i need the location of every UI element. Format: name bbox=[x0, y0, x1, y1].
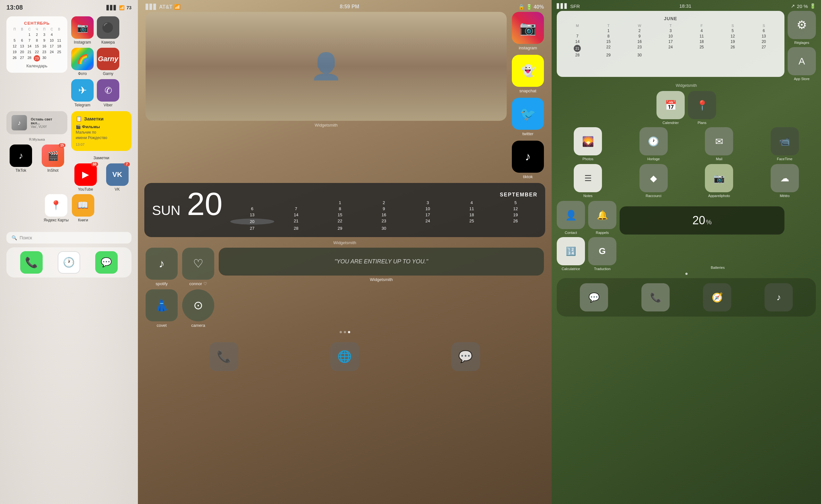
status-bar-2: ▋▋▋ AT&T 📶 8:59 PM 🔒 🔋 40% bbox=[138, 0, 551, 12]
app-plans[interactable]: 📍 Plans bbox=[688, 91, 716, 125]
music-thumb: ♪ bbox=[12, 115, 27, 130]
vk-icon: VK 7 bbox=[106, 163, 128, 186]
carrier-3: SFR bbox=[570, 4, 580, 9]
app-contact[interactable]: 👤 Contact bbox=[557, 201, 585, 235]
app-appstore[interactable]: A App Store bbox=[788, 47, 816, 81]
app-notes-3[interactable]: ☰ Notes bbox=[557, 164, 619, 198]
dock-messages-3[interactable]: 💬 bbox=[580, 283, 608, 311]
plans-icon: 📍 bbox=[688, 91, 716, 119]
photos-icon: 🌈 bbox=[71, 48, 94, 70]
app-s2-spotify[interactable]: ♪ spotify bbox=[145, 248, 178, 286]
dock-phone-2[interactable]: 📞 bbox=[210, 342, 238, 371]
app-calendrier[interactable]: 📅 Calendrier bbox=[657, 91, 685, 125]
cal-label: Календарь bbox=[11, 63, 63, 68]
s2-covet-icon: 👗 bbox=[145, 289, 178, 321]
vk-badge: 7 bbox=[124, 162, 130, 166]
app-photos[interactable]: 🌈 Фото bbox=[71, 48, 94, 76]
app-vk[interactable]: VK 7 VK bbox=[103, 163, 131, 192]
app-youtube[interactable]: ▶ 60 YouTube bbox=[71, 163, 100, 192]
status-bar-1: 13:08 ▋▋▋ 📶 73 bbox=[0, 0, 138, 13]
app-horloge[interactable]: 🕐 Horloge bbox=[623, 127, 685, 161]
status-icons-1: ▋▋▋ 📶 73 bbox=[106, 5, 131, 10]
app-mail[interactable]: ✉ Mail bbox=[688, 127, 751, 161]
app-s2-instagram[interactable]: 📷 instagram bbox=[512, 12, 544, 50]
app-s2-covet[interactable]: 👗 covet bbox=[145, 289, 178, 328]
app-s2-connor[interactable]: ♡ connor ♡ bbox=[182, 248, 214, 286]
app-facetime[interactable]: 📹 FaceTime bbox=[754, 127, 816, 161]
dock-globe-2[interactable]: 🌐 bbox=[330, 342, 359, 371]
inshot-badge: 15 bbox=[59, 143, 65, 147]
app-telegram[interactable]: ✈ Telegram bbox=[71, 79, 94, 107]
app-camera[interactable]: ⚫ Камера bbox=[97, 16, 119, 45]
dock-compass-3[interactable]: 🧭 bbox=[703, 283, 731, 311]
search-placeholder-1: Поиск bbox=[20, 235, 32, 240]
music-widget: ♪ Оставь свет вкл... Vas', VLNY bbox=[6, 111, 67, 134]
cal-days: 1 2 3 4 5 6 7 8 9 10 11 12 13 14 15 16 bbox=[11, 32, 63, 62]
app-raccourci[interactable]: ◆ Raccourci bbox=[623, 164, 685, 198]
app-inshot[interactable]: 🎬 15 InShot bbox=[38, 145, 67, 173]
app-traduction[interactable]: G Traduction bbox=[588, 237, 617, 271]
screen1: 13:08 ▋▋▋ 📶 73 СЕНТЯБРЬ ПВ СЧ ПС В bbox=[0, 0, 138, 504]
instagram-icon: 📷 bbox=[71, 16, 94, 39]
app-photos-3[interactable]: 🌄 Photos bbox=[557, 127, 619, 161]
widget-label-1: Widgetsmith bbox=[145, 123, 507, 128]
app-books[interactable]: 📖 Книги bbox=[72, 194, 94, 222]
photo-widget-s2: 👤 bbox=[145, 12, 507, 121]
s2-connor-icon: ♡ bbox=[182, 248, 214, 280]
app-s2-camera[interactable]: ⊙ camera bbox=[182, 289, 214, 328]
dock-1: 📞 🕐 💬 bbox=[6, 247, 131, 277]
s2-twitter-label: twitter bbox=[522, 131, 534, 136]
dock-messages-2[interactable]: 💬 bbox=[451, 342, 480, 371]
music-source: Я.Музыка bbox=[6, 137, 67, 141]
app-yandex-maps[interactable]: 📍 Яндекс Карты bbox=[44, 194, 69, 222]
page-dots bbox=[138, 331, 551, 333]
cal-day-num: 20 bbox=[187, 189, 223, 218]
app-viber[interactable]: ✆ Viber bbox=[97, 79, 119, 107]
app-row-4: ☰ Notes ◆ Raccourci 📷 Appareilphoto ☁ Mé… bbox=[557, 164, 816, 198]
app-s2-tiktok[interactable]: ♪ tiktok bbox=[512, 141, 544, 179]
app-instagram[interactable]: 📷 Instagram bbox=[71, 16, 94, 45]
dock-messages-3-icon: 💬 bbox=[580, 283, 608, 311]
phone-icon: 📞 bbox=[20, 251, 43, 274]
search-bar-1[interactable]: 🔍 Поиск bbox=[6, 232, 131, 244]
app-appareil[interactable]: 📷 Appareilphoto bbox=[688, 164, 751, 198]
app-tiktok[interactable]: ♪ TikTok bbox=[6, 145, 35, 173]
appstore-icon: A bbox=[788, 47, 816, 75]
app-meteo[interactable]: ☁ Météo bbox=[754, 164, 816, 198]
dock-phone[interactable]: 📞 bbox=[20, 251, 43, 274]
s2-camera-label: camera bbox=[191, 323, 205, 328]
s2-instagram-label: instagram bbox=[518, 45, 537, 50]
battery-3: 20 % bbox=[797, 4, 808, 9]
app-s2-snapchat[interactable]: 👻 snapchat bbox=[512, 55, 544, 93]
app-calculatrice[interactable]: 🔢 Calculatrice bbox=[557, 237, 585, 271]
viber-icon: ✆ bbox=[97, 79, 119, 102]
wifi-2: 📶 bbox=[174, 4, 180, 10]
app-grid-1: 📷 Instagram ⚫ Камера 🌈 Фото Garny Garny bbox=[71, 16, 119, 107]
dock-compass-3-icon: 🧭 bbox=[703, 283, 731, 311]
app-garny[interactable]: Garny Garny bbox=[97, 48, 119, 76]
notes-widget[interactable]: 📋 Заметки 🎬 Фильмы Мальчик поимени Рожде… bbox=[71, 111, 131, 151]
inshot-icon: 🎬 15 bbox=[42, 145, 64, 167]
dock-music-3[interactable]: ♪ bbox=[765, 283, 793, 311]
youtube-badge: 60 bbox=[91, 162, 98, 166]
dock-2: 📞 🌐 💬 bbox=[138, 336, 551, 377]
cal-day-name: SUN bbox=[152, 203, 180, 218]
cal-grid-s2: 12 345 67 89 101112 1314 1516 171819 20 … bbox=[230, 200, 537, 231]
carrier-2: AT&T bbox=[159, 4, 172, 10]
battery-icon-3: 🔋 bbox=[810, 3, 816, 9]
app-s2-twitter[interactable]: 🐦 twitter bbox=[512, 98, 544, 136]
dock-messages[interactable]: 💬 bbox=[95, 251, 118, 274]
dock-clock[interactable]: 🕐 bbox=[58, 251, 80, 274]
app-reglages[interactable]: ⚙ Réglages bbox=[788, 11, 816, 45]
s2-instagram-icon: 📷 bbox=[512, 12, 544, 44]
s3-cal-grid: M T W T F S S 12 34 56 78 910 111213 bbox=[562, 24, 779, 57]
dock-phone-3[interactable]: 📞 bbox=[642, 283, 670, 311]
notes-item-desc: Мальчик поимени Рождество bbox=[76, 130, 127, 141]
mail-icon: ✉ bbox=[705, 127, 733, 155]
battery-widget: 20 % bbox=[620, 206, 784, 235]
app-rappels[interactable]: 🔔 Rappels bbox=[588, 201, 617, 235]
quote-label: Widgetsmith bbox=[370, 277, 393, 282]
dark-calendar: SUN 20 SEPTEMBER 12 345 67 89 101112 131… bbox=[144, 183, 545, 237]
s2-tiktok-label: tiktok bbox=[523, 174, 533, 179]
reglages-icon: ⚙ bbox=[788, 11, 816, 39]
